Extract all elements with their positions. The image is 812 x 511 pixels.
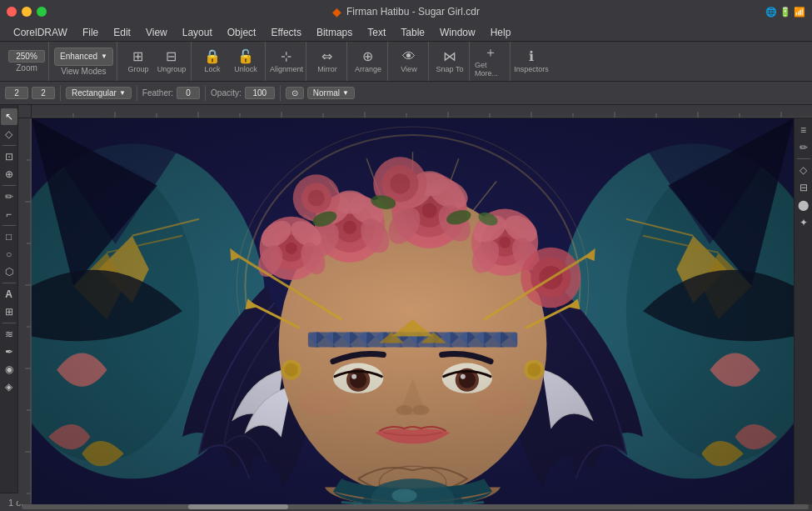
arrange-group: ⊕ Arrange xyxy=(349,42,388,81)
select-tool[interactable]: ↖ xyxy=(1,108,17,125)
interactive-tool[interactable]: ◈ xyxy=(1,378,17,395)
selection-type-dropdown[interactable]: Rectangular ▼ xyxy=(66,87,132,99)
table-tool[interactable]: ⊞ xyxy=(1,303,17,320)
group-icon: ⊞ xyxy=(132,50,143,63)
toolbar2-separator-3 xyxy=(205,86,206,101)
smart-draw-tool[interactable]: ⌐ xyxy=(1,206,17,223)
zoom-label: Zoom xyxy=(16,63,37,73)
menu-effects[interactable]: Effects xyxy=(264,25,307,40)
artwork-svg xyxy=(32,118,794,504)
menu-object[interactable]: Object xyxy=(221,25,263,40)
app-icon: ◆ xyxy=(332,5,341,18)
inspectors-label: Inspectors xyxy=(514,65,549,73)
alignment-button[interactable]: ⊹ Alignment xyxy=(271,45,302,78)
unlock-button[interactable]: 🔓 Unlock xyxy=(230,45,262,78)
panel-color-button[interactable]: ⬤ xyxy=(795,197,812,213)
tool-separator-5 xyxy=(2,323,16,323)
node-edit-tool[interactable]: ◇ xyxy=(1,126,17,143)
panel-pen-button[interactable]: ✏ xyxy=(795,139,812,156)
zoom-input[interactable] xyxy=(8,50,45,63)
snap-to-button[interactable]: ⋈ Snap To xyxy=(434,45,466,78)
panel-shapes-button[interactable]: ◇ xyxy=(795,162,812,178)
lock-label: Lock xyxy=(204,65,220,73)
alignment-icon: ⊹ xyxy=(281,50,291,63)
alignment-label: Alignment xyxy=(270,65,303,73)
inspectors-button[interactable]: ℹ Inspectors xyxy=(516,45,547,78)
ellipse-tool[interactable]: ○ xyxy=(1,246,17,263)
mirror-label: Mirror xyxy=(317,65,337,73)
anti-alias-icon: ⊙ xyxy=(291,88,298,98)
view-mode-dropdown[interactable]: Enhanced ▼ xyxy=(54,48,113,66)
get-more-icon: ＋ xyxy=(484,46,497,59)
panel-symbols-button[interactable]: ✦ xyxy=(795,214,812,231)
view-button[interactable]: 👁 View xyxy=(393,45,425,78)
opacity-input[interactable] xyxy=(245,87,275,99)
get-more-button[interactable]: ＋ Get More... xyxy=(475,45,506,78)
ungroup-button[interactable]: ⊟ Ungroup xyxy=(156,45,187,78)
view-modes-label: View Modes xyxy=(61,67,106,76)
menu-file[interactable]: File xyxy=(76,25,105,40)
mirror-button[interactable]: ⇔ Mirror xyxy=(311,45,343,78)
menu-bitmaps[interactable]: Bitmaps xyxy=(310,25,359,40)
arrange-icon: ⊕ xyxy=(362,50,373,63)
lock-unlock-group: 🔒 Lock 🔓 Unlock xyxy=(193,42,266,81)
menu-coreldraw[interactable]: CorelDRAW xyxy=(7,25,74,40)
arrange-button[interactable]: ⊕ Arrange xyxy=(352,45,384,78)
ruler-corner xyxy=(18,105,32,118)
ruler-horizontal xyxy=(32,105,812,118)
anti-alias-button[interactable]: ⊙ xyxy=(286,87,304,99)
titlebar-right: 🌐 🔋 📶 xyxy=(765,7,805,18)
feather-label: Feather: xyxy=(142,88,173,98)
crop-tool[interactable]: ⊡ xyxy=(1,148,17,165)
x-position-input[interactable] xyxy=(5,87,28,99)
menu-help[interactable]: Help xyxy=(484,25,518,40)
menu-edit[interactable]: Edit xyxy=(107,25,137,40)
polygon-tool[interactable]: ⬡ xyxy=(1,263,17,280)
zoom-tool[interactable]: ⊕ xyxy=(1,166,17,183)
eyedropper-tool[interactable]: ✒ xyxy=(1,343,17,360)
menu-text[interactable]: Text xyxy=(361,25,392,40)
panel-properties-button[interactable]: ≡ xyxy=(795,122,812,138)
canvas-area[interactable] xyxy=(32,118,794,504)
menu-layout[interactable]: Layout xyxy=(176,25,219,40)
panel-separator-1 xyxy=(797,158,810,159)
menu-table[interactable]: Table xyxy=(394,25,431,40)
toolbar2-separator-1 xyxy=(60,86,61,101)
unlock-icon: 🔓 xyxy=(237,50,254,63)
normal-mode-dropdown[interactable]: Normal ▼ xyxy=(307,87,355,99)
get-more-label: Get More... xyxy=(475,61,506,78)
maximize-button[interactable] xyxy=(37,7,47,17)
toolbox-left: ↖ ◇ ⊡ ⊕ ✏ ⌐ □ ○ ⬡ A ⊞ ≋ ✒ ◉ ◈ xyxy=(0,105,18,493)
group-label: Group xyxy=(127,65,148,73)
lock-icon: 🔒 xyxy=(204,50,221,63)
blend-tool[interactable]: ≋ xyxy=(1,326,17,343)
view-group: 👁 View xyxy=(390,42,429,81)
y-position-input[interactable] xyxy=(32,87,55,99)
menu-window[interactable]: Window xyxy=(433,25,482,40)
ruler-v-svg xyxy=(18,118,32,504)
scrollbar-thumb[interactable] xyxy=(188,504,288,509)
lock-button[interactable]: 🔒 Lock xyxy=(197,45,228,78)
toolbar2-separator-2 xyxy=(137,86,137,101)
tool-separator-1 xyxy=(2,145,16,146)
feather-input[interactable] xyxy=(177,87,200,99)
panel-layers-button[interactable]: ⊟ xyxy=(795,179,812,196)
view-icon: 👁 xyxy=(402,50,416,63)
get-more-group: ＋ Get More... xyxy=(471,42,511,81)
minimize-button[interactable] xyxy=(22,7,32,17)
chevron-down-icon-2: ▼ xyxy=(119,89,126,97)
main-toolbar: Zoom Enhanced ▼ View Modes ⊞ Group ⊟ Ung… xyxy=(0,42,812,82)
menu-view[interactable]: View xyxy=(139,25,174,40)
horizontal-scrollbar[interactable] xyxy=(18,504,812,509)
tool-separator-2 xyxy=(2,185,16,186)
view-mode-value: Enhanced xyxy=(60,52,97,61)
toolbar2-separator-4 xyxy=(280,86,281,101)
freehand-tool[interactable]: ✏ xyxy=(1,188,17,205)
fill-tool[interactable]: ◉ xyxy=(1,361,17,378)
group-button[interactable]: ⊞ Group xyxy=(122,45,154,78)
chevron-down-icon-3: ▼ xyxy=(342,89,349,97)
rectangle-tool[interactable]: □ xyxy=(1,228,17,245)
text-tool[interactable]: A xyxy=(1,286,17,303)
scrollbar-track[interactable] xyxy=(22,504,809,509)
close-button[interactable] xyxy=(7,7,17,17)
